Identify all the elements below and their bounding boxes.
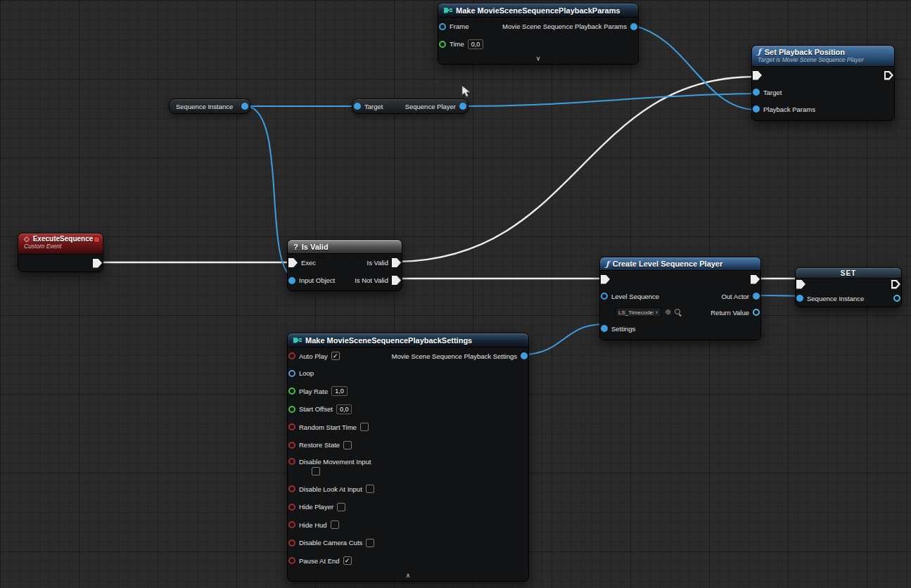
node-set-sequence-instance[interactable]: SET Sequence Instance bbox=[795, 267, 902, 307]
is-valid-exec-output-pin[interactable] bbox=[392, 258, 401, 267]
disable-camera-cuts-checkbox[interactable] bbox=[366, 539, 374, 547]
frame-input-pin[interactable] bbox=[439, 23, 446, 30]
pin-row bbox=[796, 279, 901, 290]
mouse-cursor bbox=[461, 85, 471, 98]
is-not-valid-exec-output-pin[interactable] bbox=[392, 276, 401, 285]
node-set-playback-position[interactable]: ƒ Set Playback Position Target is Movie … bbox=[751, 45, 895, 121]
level-sequence-asset-picker[interactable]: LS_TimecodePr ∨ bbox=[616, 307, 661, 317]
node-header[interactable]: Make MovieSceneSequencePlaybackParams bbox=[438, 4, 638, 18]
exec-input-pin[interactable] bbox=[601, 275, 610, 284]
pin-row: Level Sequence Out Actor bbox=[600, 288, 760, 305]
browse-asset-icon[interactable] bbox=[675, 309, 682, 316]
pause-at-end-checkbox[interactable]: ✓ bbox=[343, 556, 352, 565]
node-is-valid[interactable]: ? Is Valid Exec Is Valid Input Object Is… bbox=[287, 239, 402, 291]
sequence-instance-output-pin[interactable] bbox=[893, 295, 900, 302]
target-input-pin[interactable] bbox=[753, 89, 760, 96]
node-title: SET bbox=[841, 269, 856, 277]
settings-output-pin[interactable] bbox=[521, 352, 528, 359]
loop-input-pin[interactable] bbox=[288, 370, 295, 377]
pin-row bbox=[752, 67, 894, 84]
out-actor-output-pin[interactable] bbox=[753, 293, 760, 300]
input-object-pin[interactable] bbox=[288, 277, 295, 284]
hide-hud-checkbox[interactable] bbox=[331, 520, 339, 529]
pin-row: Disable Look At Input bbox=[288, 480, 528, 499]
disable-movement-input-label: Disable Movement Input bbox=[299, 458, 371, 466]
pause-at-end-label: Pause At End bbox=[299, 557, 340, 565]
disable-movement-input-pin[interactable] bbox=[288, 458, 295, 465]
auto-play-checkbox[interactable]: ✓ bbox=[331, 352, 340, 360]
disable-camera-cuts-label: Disable Camera Cuts bbox=[299, 539, 362, 547]
pin-row: Disable Movement Input bbox=[288, 454, 528, 480]
node-get-sequence-instance[interactable]: Sequence Instance bbox=[169, 98, 250, 114]
node-get-sequence-player[interactable]: Target Sequence Player bbox=[352, 98, 469, 114]
node-header[interactable]: SET bbox=[796, 268, 901, 279]
playback-params-output-pin[interactable] bbox=[630, 23, 637, 30]
sequence-instance-input-pin[interactable] bbox=[796, 295, 803, 302]
node-create-level-sequence-player[interactable]: ƒ Create Level Sequence Player Level Seq… bbox=[599, 257, 761, 340]
use-selected-asset-icon[interactable]: ⊕ bbox=[665, 309, 670, 316]
hide-player-input-pin[interactable] bbox=[288, 504, 295, 511]
collapse-button[interactable]: ∨ bbox=[438, 53, 638, 64]
time-pin-label: Time bbox=[450, 40, 464, 48]
settings-input-pin[interactable] bbox=[601, 325, 608, 332]
start-offset-input-pin[interactable] bbox=[288, 406, 295, 413]
sequence-instance-output-pin[interactable] bbox=[241, 103, 248, 110]
sequence-player-output-pin[interactable] bbox=[459, 103, 466, 110]
node-make-playback-settings[interactable]: Make MovieSceneSequencePlaybackSettings … bbox=[287, 333, 529, 582]
play-rate-input-pin[interactable] bbox=[288, 388, 295, 395]
target-input-pin[interactable] bbox=[354, 103, 361, 110]
node-header[interactable]: ƒ Set Playback Position Target is Movie … bbox=[752, 46, 894, 67]
sequence-instance-pin-label: Sequence Instance bbox=[807, 295, 864, 302]
playback-params-pin-label: Playback Params bbox=[763, 106, 815, 113]
hide-player-checkbox[interactable] bbox=[337, 503, 345, 511]
exec-output-pin[interactable] bbox=[884, 71, 893, 80]
pin-row: Input Object Is Not Valid bbox=[288, 271, 402, 289]
random-start-time-checkbox[interactable] bbox=[360, 423, 369, 431]
disable-look-at-input-checkbox[interactable] bbox=[366, 485, 374, 493]
node-header[interactable]: Make MovieSceneSequencePlaybackSettings bbox=[288, 333, 528, 347]
make-struct-icon bbox=[293, 337, 302, 344]
play-rate-field[interactable]: 1,0 bbox=[331, 386, 348, 396]
exec-input-pin[interactable] bbox=[753, 71, 762, 80]
random-start-time-label: Random Start Time bbox=[299, 423, 357, 431]
return-value-output-pin[interactable] bbox=[753, 309, 760, 316]
playback-params-input-pin[interactable] bbox=[753, 106, 760, 113]
exec-output-pin[interactable] bbox=[93, 259, 102, 268]
pin-row: Auto Play ✓ Movie Scene Sequence Playbac… bbox=[288, 347, 528, 364]
exec-output-pin[interactable] bbox=[751, 275, 760, 284]
random-start-time-input-pin[interactable] bbox=[288, 423, 295, 430]
settings-output-label: Movie Scene Sequence Playback Settings bbox=[392, 352, 518, 360]
disable-look-at-input-pin[interactable] bbox=[288, 485, 295, 492]
pin-row: Play Rate 1,0 bbox=[288, 383, 528, 401]
node-make-playback-params[interactable]: Make MovieSceneSequencePlaybackParams Fr… bbox=[438, 3, 639, 65]
disable-movement-input-checkbox[interactable] bbox=[312, 467, 320, 475]
node-execute-sequence-event[interactable]: ◇ ExecuteSequence Custom Event bbox=[18, 233, 103, 272]
function-icon: ƒ bbox=[606, 260, 609, 269]
variable-label: Sequence Instance bbox=[176, 103, 233, 110]
restore-state-checkbox[interactable] bbox=[343, 441, 352, 449]
node-header[interactable]: ◇ ExecuteSequence Custom Event bbox=[18, 234, 103, 255]
level-sequence-input-pin[interactable] bbox=[601, 293, 608, 300]
exec-input-pin[interactable] bbox=[288, 258, 298, 267]
node-header[interactable]: ƒ Create Level Sequence Player bbox=[600, 257, 760, 271]
event-flag-icon bbox=[94, 236, 100, 243]
node-header[interactable]: ? Is Valid bbox=[288, 240, 402, 254]
event-diamond-icon: ◇ bbox=[24, 235, 30, 243]
time-input-pin[interactable] bbox=[439, 41, 446, 48]
return-value-pin-label: Return Value bbox=[711, 309, 749, 317]
start-offset-field[interactable]: 0,0 bbox=[336, 404, 352, 414]
level-sequence-pin-label: Level Sequence bbox=[611, 293, 659, 300]
auto-play-input-pin[interactable] bbox=[288, 352, 295, 359]
out-actor-pin-label: Out Actor bbox=[721, 293, 749, 300]
exec-output-pin[interactable] bbox=[891, 280, 900, 289]
blueprint-canvas[interactable]: Make MovieSceneSequencePlaybackParams Fr… bbox=[0, 0, 911, 588]
hide-hud-input-pin[interactable] bbox=[288, 521, 295, 528]
pause-at-end-input-pin[interactable] bbox=[288, 557, 295, 564]
time-value-field[interactable]: 0,0 bbox=[468, 39, 484, 49]
restore-state-input-pin[interactable] bbox=[288, 442, 295, 449]
exec-input-pin[interactable] bbox=[796, 280, 805, 289]
disable-camera-cuts-input-pin[interactable] bbox=[288, 539, 295, 547]
collapse-button[interactable]: ∧ bbox=[288, 570, 528, 581]
variable-label: Sequence Player bbox=[405, 103, 456, 110]
pin-row: Frame Movie Scene Sequence Playback Para… bbox=[438, 18, 638, 35]
